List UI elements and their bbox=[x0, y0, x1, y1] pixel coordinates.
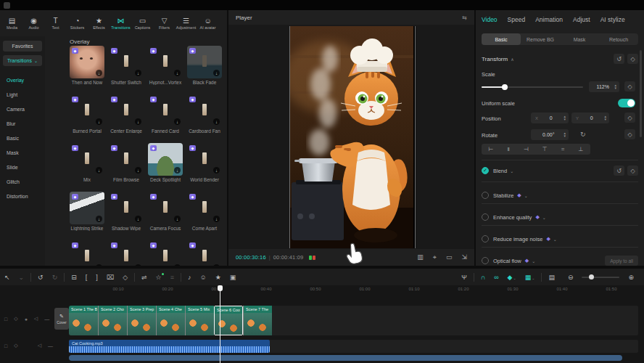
collapse-track-icon[interactable]: — bbox=[44, 317, 49, 322]
mute-icon[interactable]: ◁ bbox=[38, 343, 41, 348]
align-left-icon[interactable]: ⊢ bbox=[489, 146, 494, 152]
reset-transform-button[interactable]: ↺ bbox=[614, 54, 624, 64]
sidebar-item-overlay[interactable]: Overlay bbox=[0, 73, 45, 87]
collapse-track-icon[interactable]: — bbox=[48, 343, 53, 348]
lock-icon[interactable]: ◇ bbox=[14, 316, 17, 322]
trim-right-icon[interactable]: ] bbox=[91, 274, 102, 281]
snap-icon[interactable]: ∩ bbox=[476, 274, 490, 281]
tab-video[interactable]: Video bbox=[482, 16, 498, 23]
align-bottom-icon[interactable]: ⊥ bbox=[578, 146, 583, 152]
timeline-scrollbar[interactable] bbox=[69, 355, 622, 361]
inspector-scrollbar[interactable] bbox=[640, 50, 642, 137]
sidebar-favorites[interactable]: Favorites bbox=[3, 41, 42, 52]
track-options-icon[interactable]: □ bbox=[4, 343, 7, 348]
timeline-ruler[interactable]: 00:1000:2000:3000:4000:5001:0001:1001:20… bbox=[69, 285, 644, 295]
transition-tile[interactable]: ◆↓ bbox=[187, 240, 222, 266]
av-indicator-icon[interactable] bbox=[309, 256, 315, 260]
undo-icon[interactable]: ↺ bbox=[33, 274, 48, 281]
top-tab-text[interactable]: TText bbox=[45, 12, 66, 35]
mute-icon[interactable]: ◁ bbox=[34, 316, 38, 322]
transcript-icon[interactable]: ≡ bbox=[166, 274, 178, 281]
timeline-clip[interactable]: Scene 3 Prep bbox=[127, 306, 156, 335]
transition-tile[interactable]: ◆↓Mix bbox=[70, 143, 104, 182]
hide-icon[interactable]: ● bbox=[25, 317, 28, 322]
chevron-down-icon[interactable]: ⌄ bbox=[510, 168, 513, 174]
transition-tile[interactable]: ◆↓Burned Portal bbox=[70, 94, 104, 133]
top-tab-audio[interactable]: ◉Audio bbox=[23, 12, 44, 35]
transition-tile[interactable]: ◆↓Shadow Wipe bbox=[109, 192, 144, 230]
link-icon[interactable]: ∞ bbox=[490, 274, 503, 281]
position-x-field[interactable]: X 0 ▲▼ bbox=[531, 113, 569, 123]
cover-button[interactable]: ✎ Cover bbox=[54, 308, 69, 330]
zoom-slider-knob[interactable] bbox=[589, 274, 594, 280]
blend-checkbox[interactable]: ✓ bbox=[482, 167, 489, 174]
feature-checkbox[interactable] bbox=[482, 192, 489, 199]
align-top-icon[interactable]: ⊤ bbox=[542, 146, 548, 152]
transition-tile[interactable]: ◆↓Come Apart bbox=[187, 192, 222, 230]
sidebar-item-light[interactable]: Light bbox=[0, 87, 45, 102]
transition-tile[interactable]: ◆↓World Bender bbox=[187, 143, 222, 182]
tool-dropdown-icon[interactable]: ⌄ bbox=[15, 274, 29, 281]
timeline-clip[interactable]: Scene 4 Che bbox=[156, 306, 185, 335]
top-tab-effects[interactable]: ★Effects bbox=[88, 12, 110, 35]
uniform-scale-toggle[interactable] bbox=[618, 99, 635, 107]
focus-icon[interactable]: ⌖ bbox=[433, 253, 437, 261]
feature-checkbox[interactable] bbox=[482, 213, 489, 221]
transition-tile[interactable]: ◆↓Cardboard Fan bbox=[187, 94, 222, 133]
tab-speed[interactable]: Speed bbox=[508, 16, 526, 23]
transition-tile[interactable]: ◆↓Camera Focus bbox=[148, 192, 183, 230]
timeline-clip[interactable]: Scene 6 Coo bbox=[214, 306, 243, 335]
chevron-down-icon[interactable]: ⌄ bbox=[542, 215, 546, 220]
collapse-icon[interactable]: ∧ bbox=[511, 57, 513, 62]
split-icon[interactable]: ⊟ bbox=[67, 274, 81, 281]
sidebar-item-mask[interactable]: Mask bbox=[0, 145, 45, 160]
tab-ai-stylize[interactable]: AI stylize bbox=[600, 16, 625, 23]
transition-tile[interactable]: ◆↓Black Fade bbox=[187, 46, 222, 84]
position-x-stepper[interactable]: ▲▼ bbox=[564, 115, 566, 121]
mic-icon[interactable]: Ψ bbox=[457, 274, 471, 281]
audio-clip[interactable]: Cat Cooking.mp3 bbox=[69, 340, 270, 353]
scale-slider[interactable] bbox=[482, 86, 583, 88]
transition-tile[interactable]: ◆↓Hypnot...Vortex bbox=[148, 46, 183, 84]
keyframe-blend-button[interactable]: ◇ bbox=[627, 166, 638, 176]
feature-checkbox[interactable] bbox=[482, 235, 489, 242]
video-preview[interactable] bbox=[289, 26, 416, 248]
rotate-stepper[interactable]: ▲▼ bbox=[564, 132, 566, 138]
rotate-field[interactable]: 0.00° ▲▼ bbox=[531, 129, 569, 140]
sidebar-item-glitch[interactable]: Glitch bbox=[0, 174, 45, 189]
trim-left-icon[interactable]: [ bbox=[81, 274, 92, 281]
top-tab-captions[interactable]: ▭Captions bbox=[132, 12, 153, 35]
top-tab-stickers[interactable]: ◔Stickers bbox=[67, 12, 88, 35]
top-tab-media[interactable]: ▤Media bbox=[1, 12, 22, 35]
beauty-icon[interactable]: ☺ bbox=[195, 274, 210, 281]
timeline-view-icon[interactable]: ▤ bbox=[544, 274, 559, 281]
keyframe-scale-button[interactable]: ◇ bbox=[624, 81, 635, 91]
chevron-down-icon[interactable]: ⌄ bbox=[524, 193, 528, 198]
transition-tile[interactable]: ◆↓Fanned Card bbox=[148, 94, 183, 133]
sidebar-item-distortion[interactable]: Distortion bbox=[0, 189, 45, 203]
transition-tile[interactable]: ◆↓ bbox=[109, 240, 144, 266]
zoom-slider[interactable] bbox=[582, 277, 619, 278]
chevron-down-icon[interactable]: ⌄ bbox=[532, 258, 535, 264]
timeline-clip[interactable]: Scene 1 The B bbox=[69, 306, 98, 335]
chevron-down-icon[interactable]: ⌄ bbox=[553, 237, 557, 242]
subtab-basic[interactable]: Basic bbox=[482, 33, 521, 45]
timeline-clip[interactable]: Scene 5 Mix bbox=[185, 306, 214, 335]
keyframe-transform-button[interactable]: ◇ bbox=[627, 54, 638, 64]
delete-icon[interactable]: ⌧ bbox=[102, 274, 118, 281]
align-center-h-icon[interactable]: ‖ bbox=[507, 146, 509, 152]
feature-checkbox[interactable] bbox=[482, 257, 489, 264]
playhead[interactable] bbox=[220, 285, 220, 363]
redo-icon[interactable]: ↻ bbox=[48, 274, 62, 281]
transition-tile[interactable]: ◆↓Lightning Strike bbox=[70, 192, 104, 230]
mute-clip-icon[interactable]: ♪ bbox=[183, 274, 196, 281]
subtab-mask[interactable]: Mask bbox=[560, 33, 599, 45]
track-options-icon[interactable]: □ bbox=[4, 317, 7, 322]
position-y-stepper[interactable]: ▲▼ bbox=[604, 115, 607, 121]
transition-tile[interactable]: ◆↓Shutter Switch bbox=[109, 46, 144, 84]
rotate-dial-icon[interactable]: ↻ bbox=[580, 131, 586, 138]
smart-tool-icon[interactable]: ☆ bbox=[152, 274, 166, 281]
transition-tile[interactable]: ◆↓Film Browse bbox=[109, 143, 144, 182]
align-middle-icon[interactable]: = bbox=[561, 146, 565, 152]
preview-quality-icon[interactable]: ▥ bbox=[417, 253, 424, 261]
